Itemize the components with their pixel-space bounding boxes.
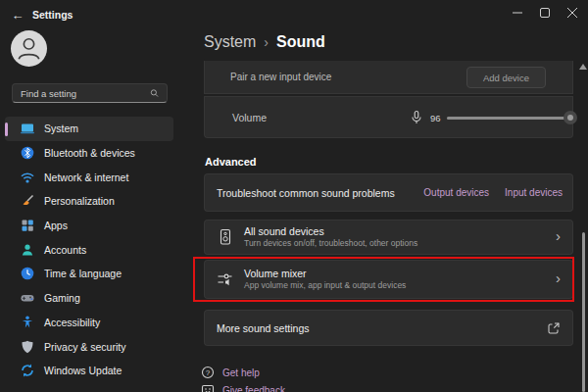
sidebar-item-network-internet[interactable]: Network & internet: [5, 165, 173, 189]
close-icon: [567, 8, 577, 18]
volume-mixer-icon: [217, 270, 234, 288]
chevron-right-icon: ›: [556, 227, 561, 244]
app-title: Settings: [32, 9, 73, 21]
all-sound-devices-row[interactable]: All sound devices Turn devices on/off, t…: [204, 220, 573, 255]
volume-slider[interactable]: [447, 111, 575, 124]
system-icon: [20, 121, 35, 136]
advanced-section-header: Advanced: [205, 156, 257, 168]
sidebar-item-accounts[interactable]: Accounts: [5, 237, 173, 262]
troubleshoot-links: Output devices Input devices: [423, 187, 563, 198]
output-devices-link[interactable]: Output devices: [423, 187, 489, 198]
get-help-label: Get help: [222, 368, 260, 378]
maximize-icon: [540, 8, 550, 18]
clock-icon: [20, 266, 35, 281]
feedback-icon: [201, 383, 215, 392]
settings-window: ← Settings: [0, 0, 588, 392]
bluetooth-icon: [20, 145, 35, 161]
sidebar-item-label: Apps: [44, 220, 68, 231]
input-volume-row: Volume 96: [204, 96, 573, 138]
sidebar-item-windows-update[interactable]: Windows Update: [5, 359, 173, 383]
sidebar-item-label: Personalization: [44, 195, 115, 207]
volume-slider-track[interactable]: [447, 117, 575, 120]
give-feedback-label: Give feedback: [222, 385, 285, 392]
sidebar-item-system[interactable]: System: [5, 117, 173, 141]
sidebar-item-label: Time & language: [44, 268, 122, 279]
back-arrow-icon: ←: [12, 8, 24, 23]
sidebar-item-gaming[interactable]: Gaming: [5, 286, 173, 311]
sidebar-item-label: Privacy & security: [44, 341, 125, 353]
sidebar-item-privacy-security[interactable]: Privacy & security: [5, 334, 173, 359]
sound-devices-icon: [217, 228, 234, 246]
get-help-link[interactable]: ? Get help: [201, 366, 260, 379]
sidebar-item-label: Accessibility: [44, 317, 100, 328]
input-devices-link[interactable]: Input devices: [505, 187, 563, 198]
scrollbar-up-arrow[interactable]: [579, 64, 587, 70]
search-box[interactable]: [12, 83, 168, 103]
more-sound-settings-label: More sound settings: [217, 322, 310, 334]
give-feedback-link[interactable]: Give feedback: [201, 383, 285, 392]
sidebar-item-label: Network & internet: [44, 172, 128, 183]
close-button[interactable]: [559, 0, 586, 25]
sidebar-item-label: System: [44, 122, 78, 134]
shield-icon: [20, 339, 35, 355]
sidebar-item-label: Windows Update: [44, 365, 122, 376]
sidebar-nav: System Bluetooth & devices Network & int…: [0, 117, 191, 383]
svg-text:?: ?: [206, 368, 211, 377]
volume-label: Volume: [232, 112, 267, 123]
accounts-person-icon: [20, 242, 35, 258]
more-sound-settings-row[interactable]: More sound settings: [204, 310, 573, 346]
volume-value: 96: [430, 113, 441, 123]
add-device-button[interactable]: Add device: [466, 67, 546, 88]
maximize-button[interactable]: [531, 0, 559, 25]
update-arrows-icon: [20, 363, 35, 378]
chevron-right-icon: ›: [556, 270, 561, 286]
sidebar-item-accessibility[interactable]: Accessibility: [5, 311, 173, 335]
help-icon: ?: [201, 366, 215, 379]
sidebar-item-label: Bluetooth & devices: [44, 147, 135, 159]
selected-accent-bar: [5, 122, 8, 136]
pair-input-device-row: Pair a new input device Add device: [204, 61, 573, 94]
wifi-icon: [20, 170, 35, 185]
troubleshoot-label: Troubleshoot common sound problems: [217, 187, 395, 199]
sidebar-item-bluetooth-devices[interactable]: Bluetooth & devices: [5, 141, 173, 166]
volume-mixer-row[interactable]: Volume mixer App volume mix, app input &…: [204, 260, 573, 299]
sidebar-item-label: Gaming: [44, 292, 80, 304]
person-icon: [11, 30, 47, 67]
sidebar-item-label: Accounts: [44, 244, 86, 256]
avatar[interactable]: [11, 30, 47, 67]
sidebar-item-time-language[interactable]: Time & language: [5, 262, 173, 286]
page-title: Sound: [276, 33, 325, 51]
all-sound-devices-title: All sound devices: [244, 225, 417, 238]
volume-mixer-subtitle: App volume mix, app input & output devic…: [244, 280, 406, 291]
sidebar-item-personalization[interactable]: Personalization: [5, 189, 173, 214]
sidebar-item-apps[interactable]: Apps: [5, 214, 173, 238]
search-icon: [150, 87, 159, 99]
gamepad-icon: [20, 290, 35, 306]
window-controls: [504, 0, 586, 25]
all-sound-devices-subtitle: Turn devices on/off, troubleshoot, other…: [244, 238, 417, 249]
back-button[interactable]: ←: [8, 5, 27, 24]
minimize-button[interactable]: [504, 0, 531, 25]
external-link-icon: [547, 321, 561, 335]
volume-slider-fill: [447, 117, 570, 120]
microphone-icon: [409, 110, 424, 125]
troubleshoot-row: Troubleshoot common sound problems Outpu…: [204, 173, 573, 212]
minimize-icon: [513, 8, 522, 18]
apps-grid-icon: [20, 218, 35, 233]
pair-input-device-label: Pair a new input device: [230, 72, 331, 82]
volume-mixer-title: Volume mixer: [244, 268, 406, 280]
accessibility-person-icon: [20, 315, 35, 330]
search-input[interactable]: [21, 88, 150, 99]
breadcrumb-separator-icon: ›: [264, 34, 269, 50]
breadcrumb-parent[interactable]: System: [204, 33, 256, 51]
volume-slider-thumb[interactable]: [564, 111, 577, 124]
scrollbar-thumb[interactable]: [582, 232, 585, 392]
breadcrumb: System › Sound: [204, 33, 325, 51]
brush-icon: [20, 193, 35, 209]
